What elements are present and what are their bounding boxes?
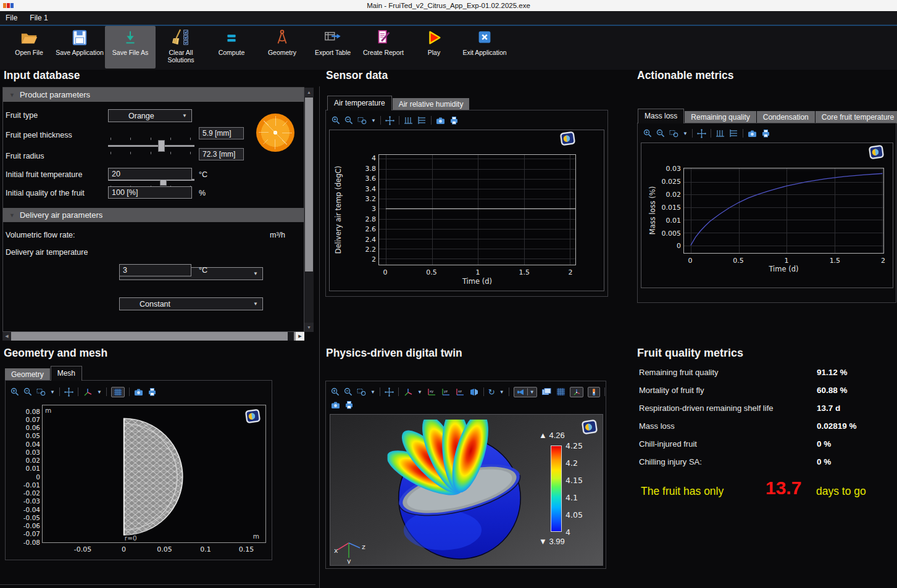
tab-condensation[interactable]: Condensation	[757, 111, 815, 123]
save-file-as-button[interactable]: Save File As	[105, 26, 156, 68]
zoom-in-icon[interactable]	[332, 116, 340, 125]
tab-geometry[interactable]: Geometry	[5, 368, 50, 381]
snapshot-camera-icon[interactable]	[748, 130, 757, 138]
snapshot-camera-icon[interactable]	[331, 401, 340, 409]
scroll-down-arrow[interactable]: ▼	[304, 323, 314, 332]
y-axis-grid-icon[interactable]	[417, 116, 427, 125]
create-report-button[interactable]: Create Report	[358, 26, 409, 68]
tab-remaining-quality[interactable]: Remaining quality	[685, 111, 756, 123]
zoom-extents-icon[interactable]	[385, 116, 394, 125]
scroll-right-arrow[interactable]: ▶	[296, 332, 304, 341]
show-color-legend-button[interactable]	[588, 387, 600, 397]
view-xy-icon[interactable]: xy	[427, 387, 436, 397]
snapshot-camera-icon[interactable]	[134, 388, 143, 396]
menu-file[interactable]: File	[6, 14, 17, 22]
export-table-button[interactable]: Export Table	[307, 26, 358, 68]
twin-3d-viewport[interactable]: ▲ 4.26 4.25 4.2 4.15 4.1 4.05 4 ▼ 3.99 x…	[330, 414, 603, 566]
x-axis-grid-icon[interactable]	[716, 129, 725, 138]
show-axis-orientation-button[interactable]	[570, 387, 583, 397]
zoom-extents-icon[interactable]	[64, 387, 73, 397]
geometry-button[interactable]: Geometry	[257, 26, 307, 68]
chevron-down-icon[interactable]: ▼	[683, 131, 688, 136]
open-file-button[interactable]: Open File	[4, 26, 54, 68]
go-to-view-button[interactable]: ▼	[514, 387, 537, 397]
zoom-box-icon[interactable]	[357, 387, 366, 396]
chevron-down-icon[interactable]: ▼	[97, 389, 102, 395]
show-grid-button[interactable]	[111, 387, 125, 397]
delivery-air-temp-dropdown[interactable]: Constant ▼	[119, 297, 263, 310]
mesh-annotation: r=0	[125, 534, 137, 542]
exit-application-button[interactable]: Exit Application	[459, 26, 510, 68]
chevron-down-icon[interactable]: ▼	[417, 389, 422, 395]
clear-all-solutions-button[interactable]: Clear All Solutions	[156, 26, 206, 68]
tab-mass-loss[interactable]: Mass loss	[638, 109, 684, 123]
print-icon[interactable]	[344, 400, 354, 409]
zoom-extents-icon[interactable]	[697, 129, 706, 138]
chevron-down-icon[interactable]: ▼	[50, 389, 55, 395]
view-yz-icon[interactable]: yz	[441, 387, 451, 397]
fruit-type-dropdown[interactable]: Orange ▼	[108, 109, 192, 122]
delivery-air-parameters-header[interactable]: ▼ Delivery air parameters	[3, 208, 304, 222]
show-grid-icon[interactable]	[556, 387, 565, 396]
tab-core-fruit-temperature[interactable]: Core fruit temperature	[816, 111, 897, 123]
view-xz-icon[interactable]: xz	[455, 387, 465, 397]
scroll-left-arrow[interactable]: ◀	[2, 332, 11, 341]
zoom-out-icon[interactable]	[656, 129, 665, 138]
metric-label: Mortality of fruit fly	[639, 386, 704, 395]
axis-y-label: y	[347, 557, 351, 564]
fruit-radius-label: Fruit radius	[6, 152, 44, 160]
print-icon[interactable]	[449, 116, 459, 125]
zoom-box-icon[interactable]	[36, 387, 46, 396]
zoom-extents-icon[interactable]	[385, 387, 394, 397]
initial-quality-input[interactable]	[108, 186, 192, 199]
tick-label: 0.02	[26, 457, 40, 464]
initial-temperature-input[interactable]	[108, 168, 192, 180]
zoom-out-icon[interactable]	[23, 387, 32, 396]
scroll-up-arrow[interactable]: ▲	[304, 88, 314, 97]
zoom-box-icon[interactable]	[357, 116, 367, 125]
metric-value: 0.02819 %	[817, 421, 857, 431]
scrollbar-thumb[interactable]	[305, 97, 313, 271]
print-icon[interactable]	[761, 129, 770, 138]
scene-windows-icon[interactable]	[541, 387, 552, 396]
tick-label: 0.07	[26, 416, 40, 423]
chevron-down-icon[interactable]: ▼	[370, 389, 375, 395]
print-icon[interactable]	[148, 387, 157, 396]
slider-thumb[interactable]	[158, 140, 165, 152]
tab-mesh[interactable]: Mesh	[51, 366, 82, 381]
vertical-scrollbar[interactable]: ▲ ▼	[304, 88, 314, 332]
save-application-button[interactable]: Save Application	[54, 26, 105, 68]
axis-orientation-icon[interactable]	[403, 387, 413, 397]
product-parameters-header[interactable]: ▼ Product parameters	[3, 88, 304, 102]
y-axis-grid-icon[interactable]	[729, 129, 738, 138]
comsol-logo-icon	[580, 418, 598, 435]
chevron-down-icon[interactable]: ▼	[530, 389, 535, 395]
snapshot-camera-icon[interactable]	[436, 117, 445, 125]
scrollbar-thumb[interactable]	[288, 332, 294, 341]
chevron-down-icon[interactable]: ▼	[371, 118, 376, 123]
zoom-box-icon[interactable]	[669, 129, 678, 138]
menu-file1[interactable]: File 1	[30, 14, 48, 22]
zoom-in-icon[interactable]	[643, 129, 652, 138]
perspective-view-icon[interactable]	[469, 387, 479, 397]
tick-label: 1	[785, 257, 789, 265]
zoom-in-icon[interactable]	[10, 387, 19, 396]
axis-orientation-icon[interactable]	[83, 387, 93, 397]
geometry-mesh-title: Geometry and mesh	[4, 347, 107, 360]
horizontal-divider	[0, 584, 315, 585]
chevron-down-icon[interactable]: ▼	[499, 389, 504, 395]
tick-label: 4	[565, 528, 570, 537]
peel-thickness-slider[interactable]	[108, 139, 194, 152]
rotate-view-icon[interactable]: ↻	[488, 388, 495, 396]
zoom-in-icon[interactable]	[331, 387, 340, 396]
zoom-out-icon[interactable]	[344, 387, 353, 396]
play-button[interactable]: Play	[409, 26, 459, 68]
constant-temperature-input[interactable]	[119, 264, 191, 276]
flow-rate-label: Volumetric flow rate:	[6, 231, 75, 239]
tab-air-relative-humidity[interactable]: Air relative humidity	[393, 98, 470, 110]
horizontal-scrollbar[interactable]: ◀ ▶	[2, 332, 304, 341]
tab-air-temperature[interactable]: Air temperature	[327, 96, 392, 110]
zoom-out-icon[interactable]	[344, 116, 353, 125]
compute-button[interactable]: Compute	[206, 26, 257, 68]
x-axis-grid-icon[interactable]	[404, 116, 413, 125]
